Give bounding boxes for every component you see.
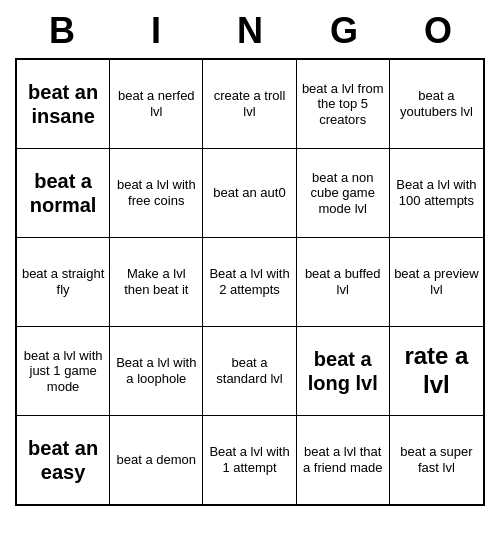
bingo-cell[interactable]: beat a buffed lvl [297, 238, 390, 326]
bingo-grid: beat an insanebeat a nerfed lvlcreate a … [15, 58, 485, 506]
title-letter: I [118, 10, 194, 52]
bingo-cell[interactable]: beat a preview lvl [390, 238, 483, 326]
bingo-cell[interactable]: beat a lvl from the top 5 creators [297, 60, 390, 148]
bingo-row: beat a straight flyMake a lvl then beat … [17, 238, 483, 327]
bingo-cell[interactable]: beat a youtubers lvl [390, 60, 483, 148]
bingo-cell[interactable]: create a troll lvl [203, 60, 296, 148]
bingo-cell[interactable]: Beat a lvl with a loophole [110, 327, 203, 415]
bingo-cell[interactable]: beat a long lvl [297, 327, 390, 415]
bingo-cell[interactable]: beat a non cube game mode lvl [297, 149, 390, 237]
bingo-row: beat an easybeat a demonBeat a lvl with … [17, 416, 483, 504]
bingo-row: beat a lvl with just 1 game modeBeat a l… [17, 327, 483, 416]
bingo-title: BINGO [15, 0, 485, 58]
bingo-cell[interactable]: beat a nerfed lvl [110, 60, 203, 148]
title-letter: N [212, 10, 288, 52]
bingo-cell[interactable]: Beat a lvl with 2 attempts [203, 238, 296, 326]
bingo-row: beat a normalbeat a lvl with free coinsb… [17, 149, 483, 238]
title-letter: O [400, 10, 476, 52]
bingo-cell[interactable]: beat an aut0 [203, 149, 296, 237]
bingo-cell[interactable]: beat a normal [17, 149, 110, 237]
bingo-cell[interactable]: beat a super fast lvl [390, 416, 483, 504]
bingo-cell[interactable]: Beat a lvl with 100 attempts [390, 149, 483, 237]
bingo-cell[interactable]: Make a lvl then beat it [110, 238, 203, 326]
bingo-cell[interactable]: beat an easy [17, 416, 110, 504]
bingo-cell[interactable]: beat a straight fly [17, 238, 110, 326]
bingo-row: beat an insanebeat a nerfed lvlcreate a … [17, 60, 483, 149]
bingo-cell[interactable]: beat a standard lvl [203, 327, 296, 415]
bingo-cell[interactable]: beat a demon [110, 416, 203, 504]
bingo-cell[interactable]: beat a lvl that a friend made [297, 416, 390, 504]
bingo-cell[interactable]: Beat a lvl with 1 attempt [203, 416, 296, 504]
bingo-cell[interactable]: beat an insane [17, 60, 110, 148]
bingo-cell[interactable]: beat a lvl with free coins [110, 149, 203, 237]
title-letter: B [24, 10, 100, 52]
title-letter: G [306, 10, 382, 52]
bingo-cell[interactable]: beat a lvl with just 1 game mode [17, 327, 110, 415]
bingo-cell[interactable]: rate a lvl [390, 327, 483, 415]
